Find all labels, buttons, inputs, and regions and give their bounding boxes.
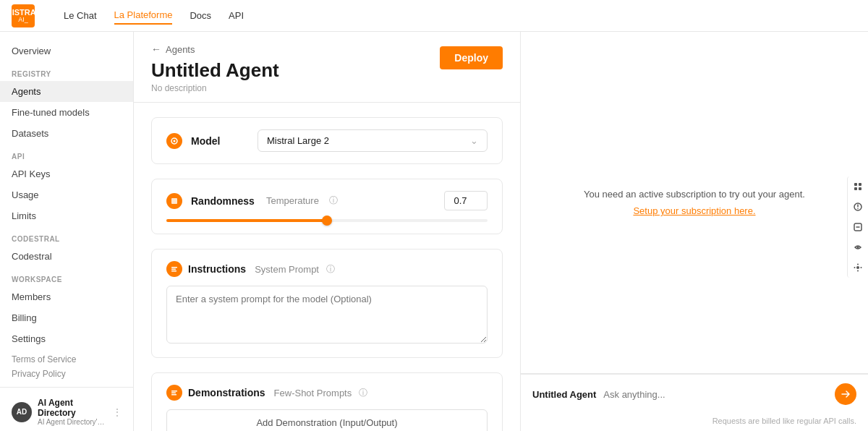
svg-rect-9 (854, 183, 857, 186)
page-header: ← Agents Untitled Agent No description D… (134, 32, 520, 103)
user-name: AI Agent Directory (38, 398, 107, 418)
sidebar-item-usage[interactable]: Usage (0, 184, 133, 205)
logo-sub: AI_ (6, 17, 41, 24)
model-select[interactable]: Mistral Large 2 ⌄ (258, 129, 488, 152)
randomness-card: Randomness Temperature ⓘ 0.7 (151, 179, 503, 234)
model-icon (166, 133, 182, 149)
sidebar-item-settings[interactable]: Settings (0, 328, 133, 349)
app-body: Overview REGISTRY Agents Fine-tuned mode… (0, 32, 868, 431)
sidebar-item-datasets[interactable]: Datasets (0, 123, 133, 144)
sidebar-item-overview[interactable]: Overview (0, 40, 133, 61)
right-toolbar (847, 176, 868, 278)
demonstrations-header: Demonstrations Few-Shot Prompts ⓘ (166, 385, 488, 401)
main-content: ← Agents Untitled Agent No description D… (134, 32, 521, 431)
user-row[interactable]: AD AI Agent Directory AI Agent Directory… (9, 393, 124, 430)
topnav: MISTRAL AI_ Le Chat La Plateforme Docs A… (0, 0, 868, 32)
back-arrow-icon: ← (151, 43, 161, 55)
nav-la-plateforme[interactable]: La Plateforme (114, 7, 173, 25)
sidebar-item-api-keys[interactable]: API Keys (0, 163, 133, 184)
user-workspace: AI Agent Directory's workspace (38, 418, 107, 426)
sidebar-item-agents[interactable]: Agents (0, 81, 133, 102)
sidebar-item-codestral[interactable]: Codestral (0, 246, 133, 267)
svg-rect-11 (854, 187, 857, 190)
sidebar-section-registry: REGISTRY (0, 61, 133, 81)
temperature-input[interactable]: 0.7 (444, 191, 488, 210)
user-info: AI Agent Directory AI Agent Directory's … (38, 398, 107, 426)
privacy-link[interactable]: Privacy Policy (12, 367, 122, 381)
svg-point-22 (854, 267, 856, 268)
subscription-link[interactable]: Setup your subscription here. (633, 205, 755, 216)
svg-rect-6 (171, 391, 177, 392)
svg-point-19 (856, 266, 859, 269)
instructions-sublabel: System Prompt (255, 264, 319, 275)
logo-text: MISTRAL (6, 8, 41, 17)
deploy-button[interactable]: Deploy (440, 46, 503, 69)
svg-rect-2 (171, 198, 177, 204)
instructions-info-icon[interactable]: ⓘ (326, 263, 335, 276)
breadcrumb-agents-link[interactable]: Agents (166, 44, 195, 55)
toolbar-btn-5[interactable] (848, 257, 868, 278)
model-card: Model Mistral Large 2 ⌄ (151, 117, 503, 164)
logo-box: MISTRAL AI_ (12, 4, 35, 27)
svg-point-18 (857, 247, 859, 249)
panel-wrapper: ← Agents Untitled Agent No description D… (134, 32, 868, 431)
sidebar-links: Terms of Service Privacy Policy (0, 349, 133, 387)
demonstrations-card: Demonstrations Few-Shot Prompts ⓘ Add De… (151, 372, 503, 431)
randomness-sublabel: Temperature (266, 195, 319, 206)
chat-agent-name: Untitled Agent (532, 389, 596, 400)
model-label: Model (191, 135, 249, 147)
toolbar-btn-2[interactable] (848, 197, 868, 217)
svg-rect-12 (859, 187, 861, 190)
model-row: Model Mistral Large 2 ⌄ (166, 129, 488, 152)
chat-input[interactable] (603, 389, 827, 400)
toolbar-btn-4[interactable] (848, 237, 868, 257)
toolbar-btn-1[interactable] (848, 176, 868, 197)
sidebar: Overview REGISTRY Agents Fine-tuned mode… (0, 32, 134, 431)
randomness-header-row: Randomness Temperature ⓘ 0.7 (166, 191, 488, 210)
instructions-label: Instructions (188, 263, 246, 275)
nav-le-chat[interactable]: Le Chat (64, 7, 97, 24)
demonstrations-icon (166, 385, 182, 401)
svg-point-1 (174, 140, 176, 142)
slider-container (166, 219, 488, 222)
instructions-icon (166, 261, 182, 277)
svg-rect-5 (171, 270, 176, 272)
send-button[interactable] (835, 383, 856, 405)
sidebar-section-workspace: WORKSPACE (0, 267, 133, 286)
instructions-card: Instructions System Prompt ⓘ (151, 249, 503, 358)
svg-rect-10 (859, 183, 861, 186)
sidebar-item-limits[interactable]: Limits (0, 205, 133, 226)
demonstrations-info-icon[interactable]: ⓘ (359, 387, 367, 399)
demonstrations-label: Demonstrations (188, 387, 265, 398)
sidebar-item-billing[interactable]: Billing (0, 307, 133, 328)
avatar: AD (12, 402, 32, 422)
instructions-header: Instructions System Prompt ⓘ (166, 261, 488, 277)
nav-api[interactable]: API (229, 7, 244, 24)
sidebar-item-fine-tuned[interactable]: Fine-tuned models (0, 102, 133, 123)
sidebar-footer: AD AI Agent Directory AI Agent Directory… (0, 387, 133, 431)
randomness-label: Randomness (191, 195, 255, 207)
slider-fill (166, 219, 327, 222)
toolbar-btn-3[interactable] (848, 217, 868, 237)
svg-rect-4 (171, 269, 176, 270)
sidebar-item-members[interactable]: Members (0, 286, 133, 307)
logo[interactable]: MISTRAL AI_ (12, 4, 35, 27)
chat-footer: Untitled Agent (521, 374, 868, 414)
svg-point-21 (857, 270, 859, 272)
instructions-textarea[interactable] (166, 286, 488, 343)
chevron-icon: ⋮ (113, 407, 122, 417)
form-area: Model Mistral Large 2 ⌄ (134, 103, 520, 431)
slider-thumb[interactable] (322, 216, 332, 226)
billing-note: Requests are billed like regular API cal… (521, 414, 868, 431)
info-icon[interactable]: ⓘ (329, 195, 338, 207)
subscription-message: You need an active subscription to try o… (584, 189, 805, 200)
svg-rect-7 (171, 393, 176, 394)
add-demonstration-button[interactable]: Add Demonstration (Input/Output) (166, 409, 488, 431)
nav-docs[interactable]: Docs (190, 7, 211, 24)
right-panel-body: You need an active subscription to try o… (521, 32, 868, 373)
svg-rect-8 (171, 394, 176, 396)
right-panel: You need an active subscription to try o… (521, 32, 868, 431)
terms-link[interactable]: Terms of Service (12, 352, 122, 367)
svg-rect-3 (171, 267, 177, 268)
svg-point-15 (857, 208, 859, 210)
